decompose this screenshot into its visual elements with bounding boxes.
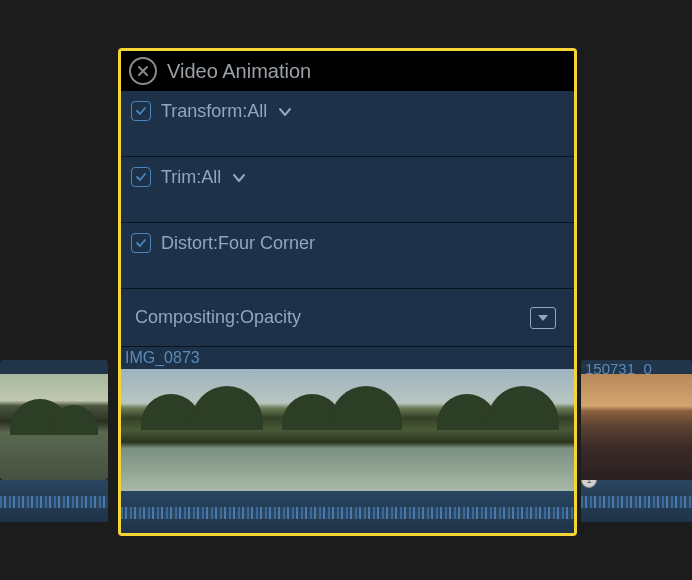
- chevron-down-icon[interactable]: [231, 170, 247, 186]
- effect-label: Compositing:Opacity: [135, 307, 301, 328]
- panel-title: Video Animation: [167, 60, 311, 83]
- timeline-marker[interactable]: 1: [581, 480, 597, 488]
- clip-label: IMG_0873: [125, 349, 200, 367]
- checkbox-distort[interactable]: [131, 233, 151, 253]
- close-icon[interactable]: [129, 57, 157, 85]
- checkbox-trim[interactable]: [131, 167, 151, 187]
- expand-icon[interactable]: [530, 307, 556, 329]
- checkbox-transform[interactable]: [131, 101, 151, 121]
- audio-waveform: [121, 491, 574, 533]
- effect-row-distort[interactable]: Distort:Four Corner: [121, 223, 574, 289]
- chevron-down-icon[interactable]: [277, 104, 293, 120]
- timeline-clip-right[interactable]: 150731_0 1: [581, 360, 692, 525]
- audio-waveform: [0, 480, 108, 522]
- video-animation-panel: Video Animation Transform:All Trim:All: [118, 48, 577, 536]
- effect-label: Trim:All: [161, 167, 221, 188]
- audio-waveform: 1: [581, 480, 692, 522]
- effect-row-compositing[interactable]: Compositing:Opacity: [121, 289, 574, 347]
- effect-label: Distort:Four Corner: [161, 233, 315, 254]
- effect-row-transform[interactable]: Transform:All: [121, 91, 574, 157]
- clip-filmstrip: [121, 369, 574, 491]
- timeline-clip-left[interactable]: [0, 360, 108, 525]
- panel-header: Video Animation: [121, 51, 574, 91]
- effect-label: Transform:All: [161, 101, 267, 122]
- effect-row-trim[interactable]: Trim:All: [121, 157, 574, 223]
- panel-clip-area[interactable]: IMG_0873: [121, 347, 574, 533]
